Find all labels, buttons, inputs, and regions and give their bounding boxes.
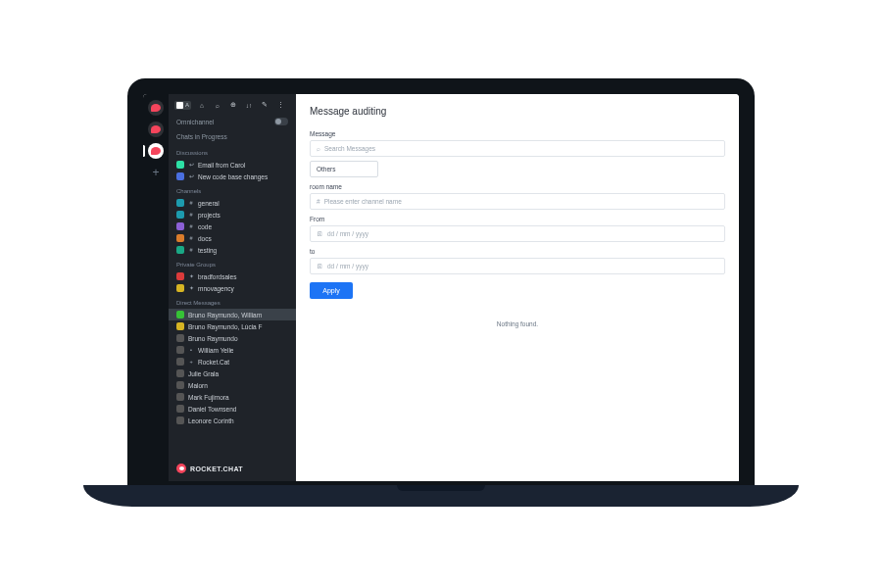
server-2[interactable] <box>148 122 164 137</box>
omnichannel-row[interactable]: Omnichannel <box>169 114 296 129</box>
dm-item[interactable]: Mark Fujimora <box>169 391 296 403</box>
empty-state-text: Nothing found. <box>310 320 725 327</box>
private-group-item[interactable]: ✦bradfordsales <box>169 270 296 282</box>
hash-icon: # <box>188 247 194 253</box>
dm-item[interactable]: Bruno Raymundo, Lúcia F <box>169 320 296 332</box>
avatar-chip <box>176 246 184 254</box>
user-avatar <box>176 369 184 377</box>
room-name-input[interactable]: # Please enter channel name <box>310 193 725 210</box>
item-label: Mark Fujimora <box>188 394 229 401</box>
from-date-input[interactable]: 🗓 dd / mm / yyyy <box>310 225 725 242</box>
avatar-chip <box>176 272 184 280</box>
avatar-chip <box>176 311 184 318</box>
private-icon: ✦ <box>188 285 194 291</box>
workspace-avatar <box>176 102 183 109</box>
calendar-icon: 🗓 <box>317 263 323 270</box>
discussion-item[interactable]: ↩New code base changes <box>169 171 296 182</box>
globe-icon[interactable]: ⊕ <box>228 100 238 110</box>
item-label: projects <box>198 212 220 219</box>
app-screen: + A ⌂ ⌕ ⊕ ↓↑ ✎ ⋮ Omnichannel Chats i <box>143 94 739 481</box>
dm-item[interactable]: Malorn <box>169 379 296 391</box>
sidebar-toolbar: A ⌂ ⌕ ⊕ ↓↑ ✎ ⋮ <box>169 94 296 114</box>
avatar-chip <box>176 211 184 219</box>
workspace-switcher[interactable]: A <box>174 101 191 110</box>
channel-item[interactable]: #general <box>169 197 296 209</box>
dm-item[interactable]: Bruno Raymundo, William <box>169 309 296 320</box>
avatar-chip <box>176 172 184 180</box>
reply-icon: ↩ <box>188 162 194 168</box>
search-icon: ⌕ <box>317 145 320 152</box>
avatar-chip <box>176 199 184 207</box>
user-avatar <box>176 381 184 389</box>
private-group-item[interactable]: ✦mnovagency <box>169 282 296 294</box>
message-search-input[interactable]: ⌕ Search Messages <box>310 140 725 157</box>
server-3-active[interactable] <box>148 143 164 159</box>
dm-item[interactable]: Daniel Townsend <box>169 403 296 415</box>
channel-item[interactable]: #code <box>169 220 296 232</box>
hash-icon: # <box>188 235 194 241</box>
channel-item[interactable]: #testing <box>169 244 296 256</box>
search-icon[interactable]: ⌕ <box>213 100 222 110</box>
room-name-placeholder: Please enter channel name <box>324 198 402 205</box>
sidebar: A ⌂ ⌕ ⊕ ↓↑ ✎ ⋮ Omnichannel Chats in Prog… <box>169 94 296 481</box>
to-date-input[interactable]: 🗓 dd / mm / yyyy <box>310 258 725 274</box>
channel-item[interactable]: #docs <box>169 232 296 244</box>
dm-item[interactable]: Bruno Raymundo <box>169 332 296 344</box>
add-server-button[interactable]: + <box>148 165 164 180</box>
room-field-label: room name <box>310 183 725 190</box>
hash-icon: # <box>317 198 320 205</box>
from-date-placeholder: dd / mm / yyyy <box>327 230 368 237</box>
dm-item[interactable]: •William Yelle <box>169 344 296 356</box>
item-label: Leonore Corinth <box>188 417 234 424</box>
filter-select-others[interactable]: Others <box>310 161 378 177</box>
item-label: code <box>198 223 212 230</box>
page-title: Message auditing <box>310 106 725 117</box>
avatar-chip <box>176 161 184 169</box>
status-icon: • <box>188 347 194 353</box>
hash-icon: # <box>188 223 194 229</box>
avatar-chip <box>176 234 184 242</box>
item-label: Bruno Raymundo, William <box>188 312 262 318</box>
home-icon[interactable]: ⌂ <box>197 100 207 110</box>
sort-icon[interactable]: ↓↑ <box>244 100 254 110</box>
dm-item[interactable]: Leonore Corinth <box>169 415 296 426</box>
user-avatar <box>176 358 184 366</box>
item-label: Julie Grala <box>188 370 219 377</box>
section-header-channels: Channels <box>169 182 296 197</box>
item-label: mnovagency <box>198 285 234 292</box>
user-avatar <box>176 346 184 354</box>
section-header-dms: Direct Messages <box>169 294 296 309</box>
dm-item[interactable]: Julie Grala <box>169 368 296 379</box>
message-field-label: Message <box>310 130 725 137</box>
avatar-chip <box>176 322 184 330</box>
server-1[interactable] <box>148 100 164 116</box>
discussion-item[interactable]: ↩Email from Carol <box>169 159 296 171</box>
server-rail: + <box>143 94 169 481</box>
laptop-bezel: + A ⌂ ⌕ ⊕ ↓↑ ✎ ⋮ Omnichannel Chats i <box>127 78 755 485</box>
item-label: Email from Carol <box>198 162 245 169</box>
user-avatar <box>176 393 184 401</box>
item-label: Bruno Raymundo, Lúcia F <box>188 323 263 330</box>
brand-label: ROCKET.CHAT <box>190 466 243 472</box>
apply-button[interactable]: Apply <box>310 282 353 299</box>
channel-item[interactable]: #projects <box>169 209 296 220</box>
create-icon[interactable]: ✎ <box>260 100 270 110</box>
dm-item[interactable]: +Rocket.Cat <box>169 356 296 368</box>
item-label: docs <box>198 235 212 242</box>
item-label: general <box>198 200 220 207</box>
chats-in-progress-row[interactable]: Chats in Progress <box>169 129 296 144</box>
item-label: bradfordsales <box>198 273 236 280</box>
reply-icon: ↩ <box>188 173 194 179</box>
item-label: Daniel Townsend <box>188 406 236 413</box>
omnichannel-label: Omnichannel <box>176 119 214 125</box>
hash-icon: # <box>188 212 194 218</box>
filter-select-label: Others <box>317 166 336 172</box>
omnichannel-toggle[interactable] <box>274 118 288 125</box>
section-header-discussions: Discussions <box>169 144 296 159</box>
main-panel: Message auditing Message ⌕ Search Messag… <box>296 94 739 481</box>
item-label: Malorn <box>188 382 208 389</box>
item-label: Rocket.Cat <box>198 359 229 366</box>
kebab-icon[interactable]: ⋮ <box>275 100 285 110</box>
workspace-label: A <box>185 102 189 108</box>
sidebar-footer-brand: ROCKET.CHAT <box>169 456 296 481</box>
